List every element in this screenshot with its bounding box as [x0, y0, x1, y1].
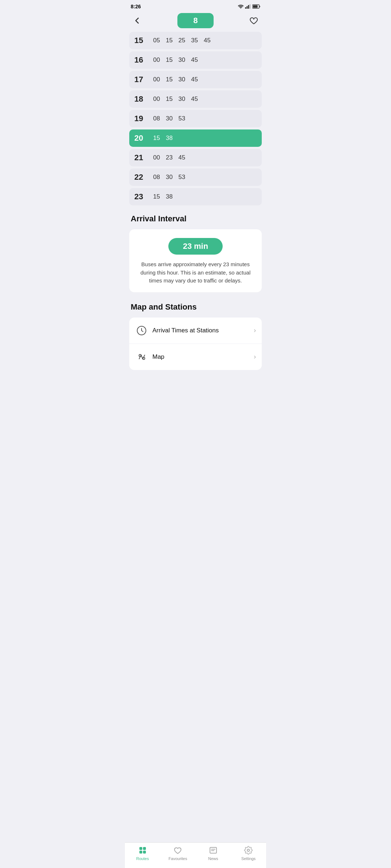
minute-value: 38 [166, 193, 173, 200]
minute-value: 45 [191, 76, 198, 83]
minute-value: 05 [153, 37, 160, 44]
svg-rect-7 [253, 5, 258, 8]
nav-label-routes: Routes [136, 856, 149, 861]
minute-value: 45 [191, 95, 198, 103]
svg-rect-11 [139, 847, 142, 850]
minutes-list: 00153045 [153, 95, 198, 103]
battery-icon [252, 4, 260, 9]
svg-rect-4 [249, 4, 251, 9]
minute-value: 45 [204, 37, 211, 44]
minutes-list: 083053 [153, 174, 185, 181]
minute-value: 30 [166, 174, 173, 181]
minute-value: 53 [178, 115, 185, 122]
hour-label: 15 [134, 36, 149, 45]
minute-value: 30 [178, 95, 185, 103]
interval-badge: 23 min [168, 238, 223, 255]
map-icon-container [135, 350, 148, 363]
link-row[interactable]: Map› [129, 344, 262, 370]
minute-value: 08 [153, 174, 160, 181]
svg-rect-1 [245, 7, 246, 9]
nav-item-news[interactable]: News [200, 846, 226, 861]
arrival-interval-section: Arrival Interval [125, 208, 266, 229]
news-nav-icon [209, 846, 218, 855]
settings-nav-icon [244, 846, 253, 855]
signal-icon [245, 4, 251, 9]
nav-item-routes[interactable]: Routes [130, 846, 156, 861]
minute-value: 38 [166, 135, 173, 142]
minute-value: 25 [178, 37, 185, 44]
timetable-row: 1700153045 [129, 71, 262, 88]
minute-value: 30 [166, 115, 173, 122]
link-row[interactable]: Arrival Times at Stations› [129, 318, 262, 344]
nav-item-settings[interactable]: Settings [235, 846, 261, 861]
minutes-list: 1538 [153, 193, 173, 200]
svg-rect-12 [143, 847, 146, 850]
back-button[interactable] [131, 14, 144, 27]
minute-value: 15 [166, 56, 173, 64]
back-arrow-icon [133, 16, 142, 25]
timetable-row: 1600153045 [129, 51, 262, 69]
nav-label-settings: Settings [241, 856, 256, 861]
timetable-row: 231538 [129, 188, 262, 205]
links-card: Arrival Times at Stations›Map› [129, 318, 262, 370]
heart-icon [249, 16, 258, 25]
timetable: 1505152535451600153045170015304518001530… [125, 32, 266, 205]
hour-label: 16 [134, 55, 149, 65]
minute-value: 35 [191, 37, 198, 44]
minute-value: 08 [153, 115, 160, 122]
favourites-nav-icon [173, 846, 182, 855]
status-bar: 8:26 [125, 0, 266, 11]
header: 8 [125, 11, 266, 32]
minute-value: 30 [178, 76, 185, 83]
svg-point-16 [247, 849, 249, 851]
chevron-right-icon: › [254, 353, 256, 361]
status-icons [238, 4, 260, 9]
minutes-list: 0515253545 [153, 37, 211, 44]
minute-value: 00 [153, 154, 160, 161]
minute-value: 00 [153, 76, 160, 83]
hour-label: 19 [134, 114, 149, 123]
clock-icon [136, 326, 147, 336]
nav-item-favourites[interactable]: Favourites [165, 846, 191, 861]
minutes-list: 083053 [153, 115, 185, 122]
svg-rect-3 [248, 5, 249, 9]
svg-rect-14 [143, 851, 146, 854]
chevron-right-icon: › [254, 327, 256, 334]
minute-value: 00 [153, 95, 160, 103]
clock-icon-container [135, 324, 148, 337]
minutes-list: 00153045 [153, 56, 198, 64]
arrival-interval-title: Arrival Interval [131, 214, 260, 224]
map-icon [136, 352, 147, 362]
routes-nav-icon [138, 846, 147, 855]
minutes-list: 00153045 [153, 76, 198, 83]
minute-value: 15 [153, 193, 160, 200]
minute-value: 15 [166, 95, 173, 103]
route-badge: 8 [177, 13, 214, 28]
timetable-row: 201538 [129, 129, 262, 147]
minute-value: 30 [178, 56, 185, 64]
hour-label: 18 [134, 94, 149, 104]
bottom-nav: RoutesFavouritesNewsSettings [125, 842, 266, 868]
svg-rect-6 [260, 6, 260, 7]
link-label: Arrival Times at Stations [152, 327, 254, 334]
minute-value: 45 [178, 154, 185, 161]
status-time: 8:26 [131, 4, 141, 9]
minute-value: 15 [166, 76, 173, 83]
nav-label-favourites: Favourites [169, 856, 187, 861]
link-label: Map [152, 353, 254, 361]
timetable-row: 150515253545 [129, 32, 262, 49]
svg-rect-2 [247, 6, 248, 9]
map-stations-title: Map and Stations [131, 302, 260, 312]
favourite-button[interactable] [247, 14, 260, 27]
nav-label-news: News [208, 856, 218, 861]
hour-label: 17 [134, 75, 149, 84]
interval-description: Buses arrive approximately every 23 minu… [136, 260, 255, 285]
timetable-row: 22083053 [129, 169, 262, 186]
hour-label: 21 [134, 153, 149, 162]
minutes-list: 002345 [153, 154, 185, 161]
timetable-row: 21002345 [129, 149, 262, 166]
minute-value: 15 [166, 37, 173, 44]
map-stations-section: Map and Stations [125, 296, 266, 318]
timetable-row: 19083053 [129, 110, 262, 127]
hour-label: 23 [134, 192, 149, 201]
